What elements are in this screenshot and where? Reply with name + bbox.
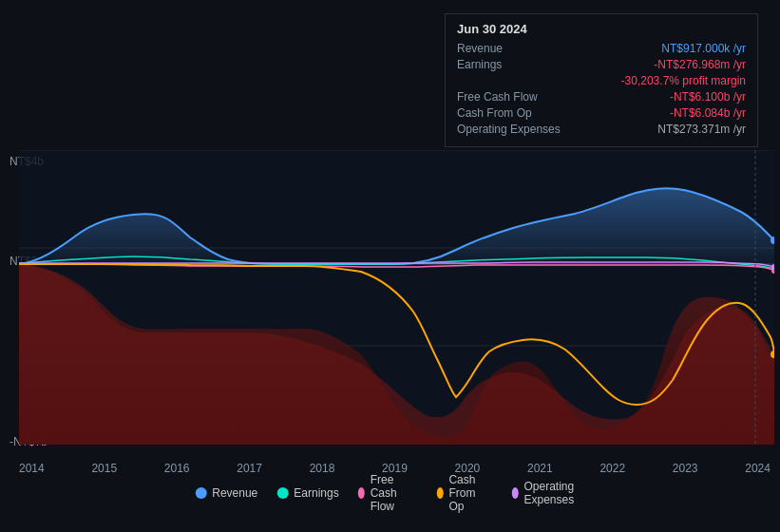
earnings-row: Earnings -NT$276.968m /yr bbox=[457, 58, 746, 71]
earnings-value: -NT$276.968m /yr bbox=[654, 58, 746, 71]
x-label-2023: 2023 bbox=[673, 462, 698, 475]
tooltip-date: Jun 30 2024 bbox=[457, 22, 746, 36]
earnings-label: Earnings bbox=[457, 58, 580, 71]
free-cash-flow-legend-label: Free Cash Flow bbox=[371, 473, 418, 513]
x-label-2022: 2022 bbox=[599, 462, 625, 475]
operating-expenses-legend-dot bbox=[511, 487, 518, 499]
operating-expenses-value: NT$273.371m /yr bbox=[657, 123, 746, 136]
x-label-2016: 2016 bbox=[164, 462, 190, 475]
revenue-legend-label: Revenue bbox=[212, 486, 257, 500]
chart-container: Jun 30 2024 Revenue NT$917.000k /yr Earn… bbox=[0, 0, 780, 532]
revenue-row: Revenue NT$917.000k /yr bbox=[457, 42, 746, 55]
operating-expenses-label: Operating Expenses bbox=[457, 123, 580, 136]
chart-svg bbox=[19, 150, 774, 445]
free-cash-flow-row: Free Cash Flow -NT$6.100b /yr bbox=[457, 90, 746, 104]
x-label-2015: 2015 bbox=[91, 462, 117, 475]
earnings-legend-dot bbox=[276, 487, 288, 499]
revenue-label: Revenue bbox=[457, 42, 580, 55]
cash-from-op-value: -NT$6.084b /yr bbox=[670, 106, 746, 120]
cash-from-op-label: Cash From Op bbox=[457, 106, 580, 120]
legend-operating-expenses[interactable]: Operating Expenses bbox=[511, 480, 584, 506]
operating-expenses-legend-label: Operating Expenses bbox=[523, 480, 584, 506]
cash-from-op-legend-dot bbox=[436, 487, 443, 499]
cash-from-op-legend-label: Cash From Op bbox=[448, 473, 492, 513]
free-cash-flow-legend-dot bbox=[358, 487, 365, 499]
x-label-2014: 2014 bbox=[19, 462, 45, 475]
legend-revenue[interactable]: Revenue bbox=[195, 486, 257, 500]
profit-margin-value: -30,203.7% profit margin bbox=[621, 74, 746, 87]
revenue-value: NT$917.000k /yr bbox=[661, 42, 746, 55]
free-cash-flow-label: Free Cash Flow bbox=[457, 90, 580, 104]
legend-cash-from-op[interactable]: Cash From Op bbox=[436, 473, 492, 513]
earnings-legend-label: Earnings bbox=[294, 486, 338, 500]
legend-earnings[interactable]: Earnings bbox=[276, 486, 338, 500]
x-label-2024: 2024 bbox=[745, 462, 770, 475]
operating-expenses-row: Operating Expenses NT$273.371m /yr bbox=[457, 123, 746, 136]
legend: Revenue Earnings Free Cash Flow Cash Fro… bbox=[195, 473, 585, 513]
cash-from-op-row: Cash From Op -NT$6.084b /yr bbox=[457, 106, 746, 120]
tooltip-box: Jun 30 2024 Revenue NT$917.000k /yr Earn… bbox=[445, 13, 758, 147]
revenue-legend-dot bbox=[195, 487, 206, 499]
free-cash-flow-value: -NT$6.100b /yr bbox=[670, 90, 746, 104]
profit-margin-row: -30,203.7% profit margin bbox=[457, 74, 746, 87]
legend-free-cash-flow[interactable]: Free Cash Flow bbox=[358, 473, 418, 513]
